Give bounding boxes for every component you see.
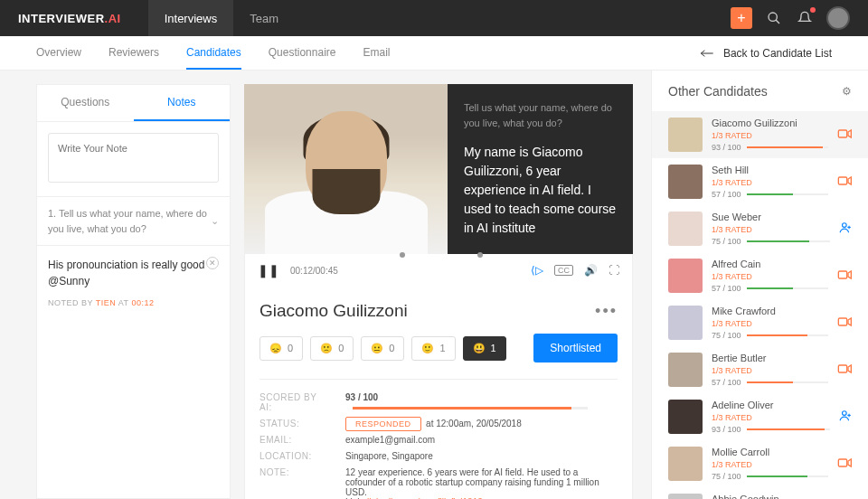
notes-tab-questions[interactable]: Questions: [37, 85, 134, 121]
tab-reviewers[interactable]: Reviewers: [108, 36, 159, 70]
chevron-down-icon: ⌄: [211, 213, 219, 229]
candidate-item[interactable]: Bertie Butler1/3 RATED57 / 100: [668, 346, 852, 393]
candidate-item-name: Alfred Cain: [712, 259, 828, 269]
note-input[interactable]: [48, 133, 219, 183]
candidate-item-name: Sue Weber: [712, 212, 830, 222]
tab-candidates[interactable]: Candidates: [186, 36, 241, 70]
candidate-item[interactable]: Adeline Oliver1/3 RATED93 / 100: [668, 393, 852, 440]
tab-email[interactable]: Email: [363, 36, 390, 70]
add-button[interactable]: +: [731, 7, 752, 29]
settings-icon[interactable]: ⚙: [842, 85, 852, 98]
note-meta: NOTED BY TIEN AT 00:12: [48, 298, 219, 307]
logo: INTERVIEWER.AI: [18, 12, 121, 25]
fullscreen-icon[interactable]: ⛶: [609, 264, 619, 277]
score-value: 93 / 100: [345, 392, 378, 402]
shortlist-button[interactable]: Shortlisted: [533, 334, 618, 362]
location-value: Singapore, Singapore: [345, 451, 618, 461]
candidate-item-rated: 1/3 RATED: [712, 272, 828, 281]
notes-tab-notes[interactable]: Notes: [134, 85, 231, 121]
reaction-button[interactable]: 🙁0: [310, 336, 354, 361]
location-label: LOCATION:: [259, 451, 327, 461]
avatar: [668, 259, 703, 293]
add-user-icon[interactable]: [839, 410, 852, 425]
video-controls: ❚❚ 00:12/00:45 ⟨▷ CC 🔊 ⛶: [244, 254, 633, 287]
note-entry: ✕ His pronounciation is really good @Sun…: [37, 245, 230, 318]
question-item[interactable]: 1. Tell us what your name, where do you …: [37, 196, 230, 245]
video-player[interactable]: Tell us what your name, where do you liv…: [244, 84, 633, 254]
video-icon[interactable]: [837, 315, 852, 331]
candidate-item-score: 75 / 100: [712, 472, 741, 481]
candidate-item[interactable]: Sue Weber1/3 RATED75 / 100: [668, 205, 852, 252]
candidate-item-name: Giacomo Guilizzoni: [712, 118, 828, 128]
video-icon[interactable]: [837, 268, 852, 284]
candidate-item[interactable]: Mollie Carroll1/3 RATED75 / 100: [668, 440, 852, 487]
topnav-interviews[interactable]: Interviews: [148, 0, 234, 36]
video-icon[interactable]: [837, 362, 852, 378]
candidate-item-bar: [747, 240, 830, 242]
other-candidates-title: Other Candidates: [668, 84, 768, 99]
candidate-item-bar: [747, 146, 828, 148]
candidate-item-bar: [747, 428, 830, 430]
pause-icon[interactable]: ❚❚: [258, 263, 279, 278]
delete-note-icon[interactable]: ✕: [206, 257, 219, 269]
candidate-item-name: Mollie Carroll: [712, 447, 828, 457]
candidate-item-name: Seth Hill: [712, 165, 828, 175]
add-user-icon[interactable]: [839, 221, 852, 237]
candidate-item[interactable]: Giacomo Guilizzoni1/3 RATED93 / 100: [652, 111, 868, 158]
svg-marker-13: [848, 318, 851, 325]
svg-rect-14: [838, 365, 846, 372]
reaction-button[interactable]: 😃1: [463, 336, 506, 361]
candidate-info: Giacomo Guilizzoni ••• 😞0🙁0😐0🙂1😃1Shortli…: [244, 287, 633, 499]
svg-rect-19: [838, 459, 846, 466]
status-badge: RESPONDED: [345, 417, 421, 431]
svg-point-16: [843, 410, 847, 415]
candidate-item-bar: [747, 287, 828, 289]
svg-marker-6: [848, 177, 851, 184]
candidate-item-rated: 1/3 RATED: [712, 319, 828, 328]
transcript-question: Tell us what your name, where do you liv…: [464, 100, 617, 130]
reaction-button[interactable]: 😞0: [259, 336, 303, 361]
back-link[interactable]: Back to Candidate List: [700, 47, 832, 60]
subbar: OverviewReviewersCandidatesQuestionnaire…: [0, 36, 868, 71]
candidate-item[interactable]: Alfred Cain1/3 RATED57 / 100: [668, 252, 852, 299]
reaction-button[interactable]: 🙂1: [411, 336, 455, 361]
video-icon[interactable]: [837, 127, 852, 143]
scored-by-label: SCORED BY AI:: [259, 392, 327, 412]
video-icon[interactable]: [837, 174, 852, 190]
svg-marker-4: [848, 130, 851, 137]
candidate-item-score: 57 / 100: [712, 284, 741, 293]
candidate-item-bar: [747, 334, 828, 336]
candidate-item-rated: 1/3 RATED: [712, 460, 828, 469]
candidate-item-name: Mike Crawford: [712, 306, 828, 316]
bell-icon[interactable]: [796, 9, 814, 27]
candidate-item-score: 75 / 100: [712, 331, 741, 340]
time-display: 00:12/00:45: [290, 266, 338, 276]
status-at: at 12:00am, 20/05/2018: [426, 419, 522, 428]
email-label: EMAIL:: [259, 435, 327, 445]
candidate-item-score: 75 / 100: [712, 237, 741, 246]
captions-icon[interactable]: CC: [554, 265, 573, 276]
video-icon[interactable]: [837, 457, 852, 472]
reaction-button[interactable]: 😐0: [361, 336, 404, 361]
email-value: example1@gmail.com: [345, 435, 618, 445]
candidate-item[interactable]: Mike Crawford1/3 RATED75 / 100: [668, 299, 852, 346]
candidate-item-name: Bertie Butler: [712, 353, 828, 363]
tab-questionnaire[interactable]: Questionnaire: [269, 36, 336, 70]
volume-icon[interactable]: 🔊: [584, 264, 598, 277]
notes-panel: QuestionsNotes 1. Tell us what your name…: [36, 84, 231, 499]
topnav-team[interactable]: Team: [233, 0, 295, 36]
note-text: His pronounciation is really good @Sunny: [48, 257, 219, 289]
candidate-item-bar: [747, 475, 828, 477]
svg-rect-12: [838, 318, 846, 325]
candidate-item-score: 93 / 100: [712, 425, 741, 434]
user-avatar[interactable]: [826, 6, 850, 30]
candidate-item-bar: [747, 193, 828, 195]
candidate-item-rated: 1/3 RATED: [712, 366, 828, 375]
search-icon[interactable]: [765, 9, 783, 27]
candidate-item[interactable]: Seth Hill1/3 RATED57 / 100: [668, 158, 852, 205]
speed-icon[interactable]: ⟨▷: [531, 264, 543, 277]
tab-overview[interactable]: Overview: [36, 36, 81, 70]
more-icon[interactable]: •••: [595, 302, 618, 321]
candidate-item-bar: [747, 381, 828, 383]
candidate-item[interactable]: Abbie Goodwin1/3 RATED1 / 100: [668, 487, 852, 499]
